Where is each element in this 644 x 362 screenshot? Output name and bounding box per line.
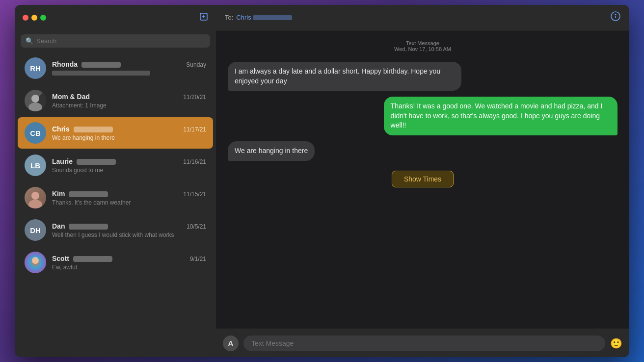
- conv-content: Mom & Dad 11/20/21 Attachment: 1 Image: [52, 93, 206, 109]
- compose-button[interactable]: [199, 12, 208, 24]
- conv-content: Scott 9/1/21 Ew, awful.: [52, 255, 206, 271]
- message-bubble: Thanks! It was a good one. We watched a …: [384, 97, 617, 135]
- avatar: LB: [25, 155, 46, 176]
- conv-date: 10/5/21: [187, 223, 206, 230]
- avatar: RH: [25, 57, 46, 79]
- sidebar-titlebar: [15, 5, 216, 30]
- conv-header: Kim 11/15/21: [52, 190, 206, 198]
- message-bubble: I am always a day late and a dollar shor…: [228, 62, 461, 91]
- chat-recipient-blurred: [253, 15, 292, 20]
- conv-preview: [52, 70, 206, 77]
- message-type-label: Text Message: [228, 40, 617, 46]
- conv-content: Dan 10/5/21 Well then I guess I would st…: [52, 222, 206, 238]
- close-button[interactable]: [23, 15, 28, 21]
- conv-content: Rhonda Sunday: [52, 60, 206, 77]
- emoji-icon: 🙂: [610, 338, 622, 349]
- list-item[interactable]: CB Chris 11/17/21 We are hanging in ther…: [18, 117, 213, 149]
- message-timestamp: Wed, Nov 17, 10:58 AM: [228, 46, 617, 52]
- search-input[interactable]: [36, 37, 205, 45]
- memoji-button[interactable]: A: [223, 336, 239, 351]
- chat-input-bar: A 🙂: [216, 329, 629, 357]
- message-row: We are hanging in there: [228, 141, 617, 161]
- messages: Text Message Wed, Nov 17, 10:58 AM I am …: [216, 30, 629, 329]
- message-header: Text Message Wed, Nov 17, 10:58 AM: [228, 40, 617, 52]
- avatar: [25, 252, 46, 273]
- conv-header: Laurie 11/16/21: [52, 157, 206, 165]
- conv-date: 11/20/21: [183, 94, 206, 101]
- list-item[interactable]: Scott 9/1/21 Ew, awful.: [18, 247, 213, 278]
- conv-name: Mom & Dad: [52, 93, 90, 101]
- conv-header: Dan 10/5/21: [52, 222, 206, 230]
- conv-preview: We are hanging in there: [52, 134, 206, 141]
- conv-name: Kim: [52, 190, 108, 198]
- search-input-wrap: 🔍: [21, 34, 210, 48]
- avatar: CB: [25, 122, 46, 144]
- chat-header: To: Chris: [216, 5, 629, 30]
- traffic-lights: [23, 15, 46, 21]
- sidebar: 🔍 RH Rhonda Sunday: [15, 5, 216, 357]
- list-item[interactable]: LB Laurie 11/16/21 Sounds good to me: [18, 150, 213, 181]
- list-item[interactable]: RH Rhonda Sunday: [18, 52, 213, 84]
- conv-content: Chris 11/17/21 We are hanging in there: [52, 125, 206, 141]
- minimize-button[interactable]: [31, 15, 37, 21]
- svg-point-4: [28, 200, 42, 208]
- conv-header: Chris 11/17/21: [52, 125, 206, 133]
- chat-info-button[interactable]: [611, 11, 620, 24]
- chat-area: To: Chris Text Message Wed, Nov 17, 10:5…: [216, 5, 629, 357]
- message-row: Thanks! It was a good one. We watched a …: [228, 97, 617, 135]
- fullscreen-button[interactable]: [40, 15, 46, 21]
- conv-name: Laurie: [52, 157, 116, 165]
- conv-date: 9/1/21: [190, 256, 206, 262]
- message-input[interactable]: [243, 336, 605, 351]
- memoji-icon: A: [228, 339, 234, 347]
- svg-point-1: [31, 95, 39, 103]
- conv-date: 11/17/21: [183, 126, 206, 133]
- svg-point-6: [32, 257, 39, 264]
- list-item[interactable]: Kim 11/15/21 Thanks. It's the damn weath…: [18, 182, 213, 213]
- svg-point-3: [31, 192, 39, 200]
- chat-recipient-name: Chris: [236, 14, 251, 21]
- list-item[interactable]: DH Dan 10/5/21 Well then I guess I would…: [18, 214, 213, 246]
- avatar: DH: [25, 219, 46, 241]
- chat-to-label: To:: [225, 14, 233, 21]
- conv-preview: Sounds good to me: [52, 167, 206, 174]
- conv-header: Mom & Dad 11/20/21: [52, 93, 206, 101]
- conv-preview: Thanks. It's the damn weather: [52, 199, 206, 206]
- conv-content: Laurie 11/16/21 Sounds good to me: [52, 157, 206, 174]
- message-bubble: We are hanging in there: [228, 141, 315, 161]
- svg-point-2: [28, 103, 42, 111]
- conv-name: Scott: [52, 255, 112, 262]
- avatar: [25, 90, 46, 111]
- message-row: I am always a day late and a dollar shor…: [228, 62, 617, 91]
- conversation-list: RH Rhonda Sunday: [15, 52, 216, 357]
- conv-preview: Ew, awful.: [52, 264, 206, 271]
- show-times-row: Show Times: [228, 171, 617, 187]
- conv-content: Kim 11/15/21 Thanks. It's the damn weath…: [52, 190, 206, 206]
- conv-header: Rhonda Sunday: [52, 60, 206, 68]
- emoji-button[interactable]: 🙂: [610, 337, 622, 349]
- conv-date: 11/15/21: [183, 191, 206, 198]
- conv-name: Chris: [52, 125, 113, 133]
- avatar: [25, 187, 46, 208]
- conv-header: Scott 9/1/21: [52, 255, 206, 262]
- conv-name: Rhonda: [52, 60, 121, 68]
- show-times-button[interactable]: Show Times: [392, 171, 454, 187]
- search-bar: 🔍: [15, 30, 216, 52]
- conv-date: 11/16/21: [183, 158, 206, 165]
- svg-point-9: [615, 14, 616, 15]
- conv-name: Dan: [52, 222, 108, 230]
- search-icon: 🔍: [26, 37, 33, 45]
- list-item[interactable]: Mom & Dad 11/20/21 Attachment: 1 Image: [18, 85, 213, 116]
- app-window: 🔍 RH Rhonda Sunday: [15, 5, 629, 357]
- conv-preview: Attachment: 1 Image: [52, 102, 206, 109]
- conv-date: Sunday: [186, 61, 206, 68]
- conv-preview: Well then I guess I would stick with wha…: [52, 232, 206, 238]
